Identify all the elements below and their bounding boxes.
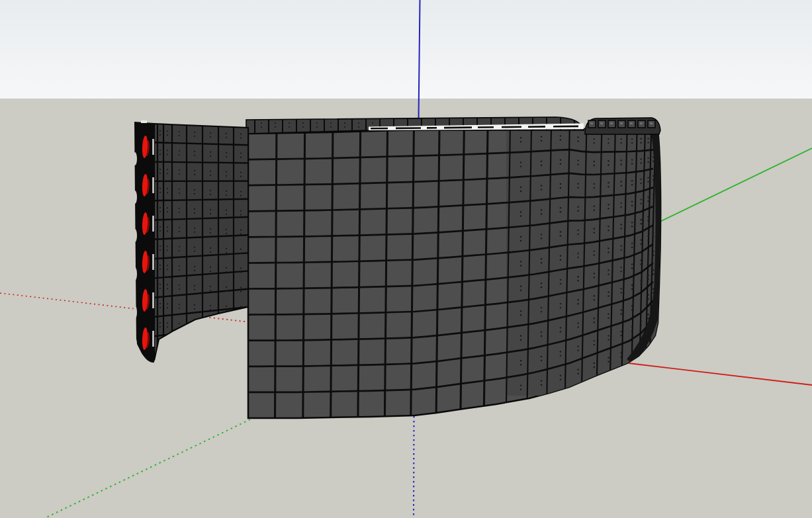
front-wall-lattice bbox=[248, 111, 668, 418]
left-edge-speaker-strip bbox=[133, 120, 154, 363]
scene-canvas[interactable] bbox=[0, 0, 812, 518]
right-wall-top-notches bbox=[585, 118, 660, 134]
sky bbox=[0, 0, 812, 99]
viewport-3d[interactable] bbox=[0, 0, 812, 518]
